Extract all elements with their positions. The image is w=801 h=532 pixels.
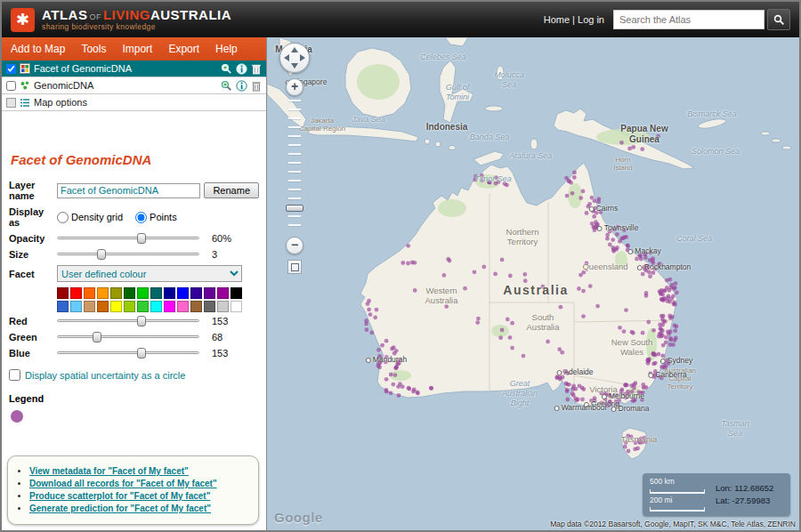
occurrence-point[interactable] (656, 134, 660, 139)
occurrence-point[interactable] (493, 272, 498, 277)
occurrence-point[interactable] (590, 196, 595, 200)
zoom-slider-thumb[interactable] (286, 205, 303, 212)
slider-thumb[interactable] (137, 348, 146, 359)
palette-swatch[interactable] (190, 301, 202, 312)
density-grid-radio[interactable] (57, 212, 69, 223)
occurrence-point[interactable] (606, 393, 611, 398)
occurrence-point[interactable] (675, 325, 679, 329)
occurrence-point[interactable] (626, 244, 630, 248)
occurrence-point[interactable] (373, 315, 377, 319)
layer-facet-label[interactable]: Facet of GenomicDNA (34, 63, 217, 74)
occurrence-point[interactable] (406, 262, 410, 266)
zoom-slider[interactable] (288, 100, 301, 233)
occurrence-point[interactable] (578, 196, 583, 200)
occurrence-point[interactable] (649, 251, 653, 255)
occurrence-point[interactable] (565, 398, 570, 402)
occurrence-point[interactable] (369, 331, 374, 335)
size-slider[interactable] (57, 249, 199, 260)
occurrence-point[interactable] (392, 345, 396, 350)
occurrence-point[interactable] (624, 396, 628, 400)
occurrence-point[interactable] (648, 371, 652, 375)
occurrence-point[interactable] (673, 286, 677, 290)
occurrence-point[interactable] (588, 284, 593, 288)
remove-layer-icon[interactable] (251, 63, 262, 75)
occurrence-point[interactable] (622, 235, 627, 239)
occurrence-point[interactable] (637, 266, 642, 270)
occurrence-point[interactable] (622, 392, 627, 397)
occurrence-point[interactable] (627, 449, 631, 454)
occurrence-point[interactable] (396, 384, 400, 389)
occurrence-point[interactable] (541, 285, 546, 289)
occurrence-point[interactable] (569, 181, 573, 185)
occurrence-point[interactable] (384, 339, 389, 343)
palette-swatch[interactable] (150, 287, 162, 299)
occurrence-point[interactable] (393, 373, 398, 377)
palette-swatch[interactable] (124, 287, 135, 299)
uncertainty-label[interactable]: Display spatial uncertainty as a circle (25, 370, 185, 381)
occurrence-point[interactable] (623, 445, 627, 449)
occurrence-point[interactable] (572, 171, 577, 175)
occurrence-point[interactable] (473, 174, 478, 179)
occurrence-point[interactable] (586, 205, 590, 209)
occurrence-point[interactable] (671, 294, 676, 298)
occurrence-point[interactable] (522, 354, 526, 359)
palette-swatch[interactable] (231, 287, 242, 299)
occurrence-point[interactable] (565, 194, 570, 198)
occurrence-point[interactable] (416, 391, 420, 395)
palette-swatch[interactable] (231, 301, 242, 312)
occurrence-point[interactable] (510, 321, 514, 326)
menu-add-to-map[interactable]: Add to Map (11, 43, 65, 55)
occurrence-point[interactable] (407, 387, 411, 391)
occurrence-point[interactable] (546, 340, 550, 344)
search-button[interactable] (767, 9, 790, 30)
occurrence-point[interactable] (664, 335, 668, 340)
occurrence-point[interactable] (522, 272, 527, 277)
occurrence-point[interactable] (667, 294, 671, 299)
occurrence-point[interactable] (375, 308, 379, 312)
occurrence-point[interactable] (581, 289, 586, 294)
occurrence-point[interactable] (626, 433, 630, 438)
slider-thumb[interactable] (93, 332, 101, 343)
palette-swatch[interactable] (97, 287, 109, 299)
occurrence-point[interactable] (646, 320, 651, 325)
occurrence-point[interactable] (364, 322, 368, 326)
occurrence-point[interactable] (413, 288, 417, 293)
palette-swatch[interactable] (70, 287, 82, 299)
palette-swatch[interactable] (124, 301, 135, 312)
layer-facet-checkbox[interactable] (6, 64, 16, 74)
occurrence-point[interactable] (481, 265, 486, 270)
occurrence-point[interactable] (636, 391, 641, 395)
occurrence-point[interactable] (660, 353, 665, 358)
occurrence-point[interactable] (585, 262, 589, 266)
occurrence-point[interactable] (444, 304, 449, 309)
occurrence-point[interactable] (611, 238, 615, 242)
occurrence-point[interactable] (651, 259, 655, 263)
occurrence-point[interactable] (573, 387, 578, 391)
occurrence-point[interactable] (559, 305, 563, 310)
occurrence-point[interactable] (672, 301, 676, 305)
palette-swatch[interactable] (217, 287, 229, 299)
occurrence-point[interactable] (500, 258, 505, 262)
occurrence-point[interactable] (624, 440, 628, 445)
facet-select[interactable]: User defined colour (57, 265, 242, 282)
occurrence-point[interactable] (616, 225, 620, 230)
pan-north-arrow-icon[interactable] (291, 47, 298, 52)
occurrence-point[interactable] (658, 323, 662, 327)
palette-swatch[interactable] (137, 301, 149, 312)
occurrence-point[interactable] (523, 278, 528, 283)
occurrence-point[interactable] (608, 243, 612, 247)
occurrence-point[interactable] (596, 226, 601, 230)
occurrence-point[interactable] (634, 440, 638, 445)
occurrence-point[interactable] (635, 257, 639, 262)
occurrence-point[interactable] (505, 183, 509, 188)
occurrence-point[interactable] (661, 319, 666, 324)
occurrence-point[interactable] (605, 237, 610, 241)
points-option[interactable]: Points (135, 212, 177, 223)
remove-layer-icon[interactable] (251, 80, 262, 92)
occurrence-point[interactable] (599, 210, 603, 214)
occurrence-point[interactable] (645, 359, 650, 363)
occurrence-point[interactable] (630, 330, 635, 335)
occurrence-point[interactable] (664, 340, 668, 344)
zoom-to-layer-icon[interactable] (221, 80, 232, 92)
occurrence-point[interactable] (368, 312, 373, 317)
